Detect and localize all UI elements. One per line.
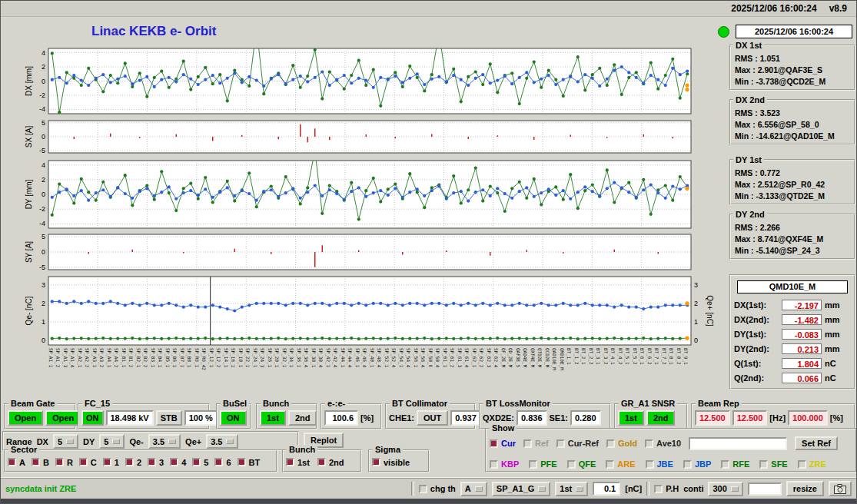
resize-button[interactable]: resize — [786, 481, 824, 496]
svg-text:0: 0 — [42, 337, 45, 344]
bpm-readout-panel: QMD10E_M DX(1st):-2.197mmDX(2nd):-1.482m… — [729, 274, 855, 390]
sector-checkbox-2[interactable]: 2 — [125, 458, 141, 467]
checkbox-indicator[interactable] — [490, 460, 498, 469]
checkbox-label: ZRE — [809, 459, 826, 469]
bpm-row: DY(2nd):0.213mm — [734, 341, 851, 356]
fc15-on-button[interactable]: ON — [81, 410, 104, 426]
show-checkbox-jbp[interactable]: JBP — [683, 459, 711, 469]
checkbox-indicator[interactable] — [32, 458, 40, 466]
sector-checkbox-c[interactable]: C — [79, 458, 97, 467]
ph-checkbox[interactable]: P.H — [654, 484, 679, 493]
checkbox-indicator[interactable] — [419, 485, 427, 493]
che1-out-button[interactable]: OUT — [417, 410, 448, 426]
checkbox-indicator[interactable] — [798, 460, 806, 469]
checkbox-label: JBE — [657, 459, 673, 469]
checkbox-indicator[interactable] — [79, 458, 88, 466]
checkbox-indicator[interactable] — [567, 460, 576, 469]
fc15-stb-button[interactable]: STB — [156, 410, 182, 426]
sector-checkbox-1[interactable]: 1 — [103, 458, 119, 467]
set-ref-button[interactable]: Set Ref — [795, 436, 838, 450]
beam-gate-open-button-2[interactable]: Open — [45, 410, 81, 426]
checkbox-indicator[interactable] — [556, 439, 565, 448]
sector-checkbox-3[interactable]: 3 — [148, 458, 164, 467]
checkbox-indicator[interactable] — [721, 460, 729, 469]
show-checkbox-ave10[interactable]: Ave10 — [645, 439, 681, 448]
show-checkbox-kbp[interactable]: KBP — [490, 459, 519, 469]
checkbox-indicator[interactable] — [490, 439, 498, 448]
checkbox-indicator[interactable] — [238, 458, 246, 466]
bunch-1st-button[interactable]: 1st — [260, 410, 286, 426]
checkbox-indicator[interactable] — [214, 458, 223, 466]
checkbox-indicator[interactable] — [606, 460, 614, 469]
interval-value: 300 — [713, 484, 726, 493]
ref-name-input[interactable] — [689, 437, 787, 450]
beam-gate-title: Beam Gate — [8, 399, 57, 408]
bpm-rows: DX(1st):-2.197mmDX(2nd):-1.482mmDY(1st):… — [734, 297, 851, 385]
sector-checkbox-4[interactable]: 4 — [170, 458, 186, 467]
checkbox-indicator[interactable] — [683, 460, 692, 469]
gr-snsr-title: GR_A1 SNSR — [619, 399, 677, 408]
screenshot-button[interactable] — [829, 481, 852, 496]
range-dy-dropdown[interactable]: 5 — [99, 434, 125, 449]
chg-th-checkbox[interactable]: chg th — [419, 484, 456, 493]
sector-checkbox-b[interactable]: B — [32, 458, 49, 467]
checkbox-indicator[interactable] — [372, 458, 380, 466]
x-tick-label: QAD10E_M — [552, 348, 557, 370]
busel-on-button[interactable]: ON — [220, 410, 247, 426]
range-qep-dropdown[interactable]: 3.5 — [206, 434, 238, 449]
x-tick-label: SP_38_1 — [311, 348, 317, 367]
checkbox-label: Cur — [501, 439, 516, 448]
beam-gate-open-button-1[interactable]: Open — [8, 410, 43, 426]
threshold-value[interactable]: 0.1 — [593, 482, 620, 496]
checkbox-indicator[interactable] — [529, 460, 537, 469]
statusbar-input[interactable] — [748, 482, 782, 496]
checkbox-indicator[interactable] — [8, 458, 16, 466]
range-qem-dropdown[interactable]: 3.5 — [148, 434, 181, 449]
gr-snsr-2nd-button[interactable]: 2nd — [646, 410, 676, 426]
sector-checkbox-5[interactable]: 5 — [192, 458, 208, 467]
show-checkbox-are[interactable]: ARE — [606, 459, 635, 469]
range-dx-dropdown[interactable]: 5 — [53, 434, 78, 449]
gr-snsr-1st-button[interactable]: 1st — [618, 410, 644, 426]
checkbox-indicator[interactable] — [103, 458, 111, 466]
show-checkbox-cur[interactable]: Cur — [490, 439, 516, 448]
sector-checkbox-6[interactable]: 6 — [214, 458, 231, 467]
checkbox-indicator[interactable] — [645, 439, 653, 448]
interval-dropdown[interactable]: 300 — [708, 482, 742, 496]
show-checkbox-sfe[interactable]: SFE — [759, 459, 787, 469]
checkbox-indicator[interactable] — [148, 458, 156, 466]
checkbox-label: Cur-Ref — [568, 439, 599, 448]
x-tick-label: QAF3E_S — [516, 348, 521, 367]
show-checkbox-zre[interactable]: ZRE — [798, 459, 826, 469]
checkbox-indicator[interactable] — [55, 458, 64, 466]
sector-checkbox-r[interactable]: R — [55, 458, 73, 467]
checkbox-indicator[interactable] — [654, 485, 663, 493]
checkbox-indicator[interactable] — [192, 458, 201, 466]
sector-checkbox-a[interactable]: A — [8, 458, 25, 467]
checkbox-indicator[interactable] — [759, 460, 768, 469]
show-checkbox-ref[interactable]: Ref — [523, 439, 549, 448]
checkbox-indicator[interactable] — [606, 439, 615, 448]
sector-select-dropdown[interactable]: A — [460, 482, 487, 496]
checkbox-indicator[interactable] — [125, 458, 134, 466]
show-checkbox-rfe[interactable]: RFE — [721, 459, 749, 469]
checkbox-indicator[interactable] — [286, 458, 294, 466]
bunch-select-dropdown[interactable]: 1st — [555, 482, 588, 496]
checkbox-label: Gold — [618, 439, 637, 448]
bunch-2nd-button[interactable]: 2nd — [288, 410, 317, 426]
checkbox-indicator[interactable] — [170, 458, 178, 466]
sector-checkbox-bt[interactable]: BT — [238, 458, 261, 467]
checkbox-indicator[interactable] — [523, 439, 532, 448]
show-checkbox-gold[interactable]: Gold — [606, 439, 637, 448]
checkbox-indicator[interactable] — [317, 458, 326, 466]
bpm-select-dropdown[interactable]: SP_A1_G — [492, 482, 551, 496]
show-checkbox-qfe[interactable]: QFE — [567, 459, 596, 469]
sigma-checkbox-visible[interactable]: visible — [372, 458, 410, 467]
bunch-checkbox-1st[interactable]: 1st — [286, 458, 310, 467]
checkbox-indicator[interactable] — [646, 460, 654, 469]
bunch-checkbox-2nd[interactable]: 2nd — [317, 458, 344, 467]
show-checkbox-pfe[interactable]: PFE — [529, 459, 556, 469]
show-checkbox-jbe[interactable]: JBE — [646, 459, 673, 469]
bpm-row-label: DX(1st): — [734, 300, 779, 310]
show-checkbox-cur-ref[interactable]: Cur-Ref — [556, 439, 599, 448]
